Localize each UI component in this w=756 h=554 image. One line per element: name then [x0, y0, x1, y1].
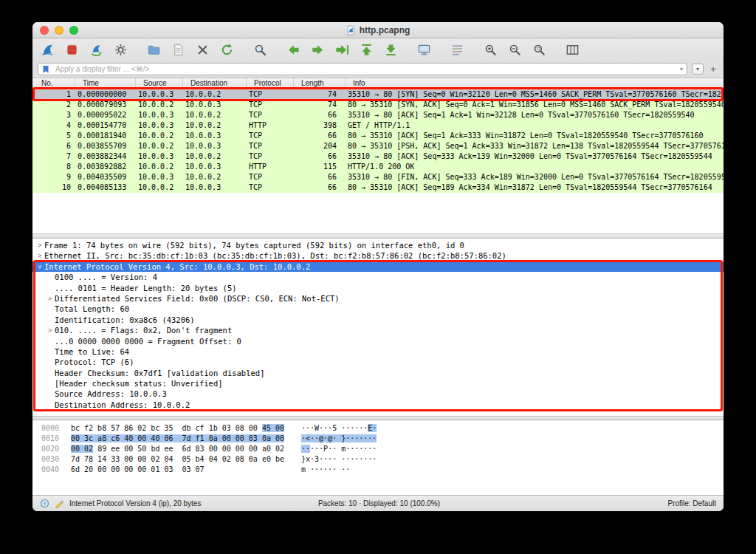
filter-bookmark-icon[interactable] [42, 65, 50, 74]
chevron-placeholder [46, 389, 55, 399]
packet-row[interactable]: 100.00408513310.0.0.210.0.0.3TCP6680 → 3… [32, 182, 724, 193]
column-header-destination[interactable]: Destination [183, 78, 247, 89]
minimize-window-button[interactable] [55, 26, 63, 35]
detail-line[interactable]: Total Length: 60 [32, 304, 724, 314]
zoom-out-button[interactable] [506, 41, 523, 58]
detail-line[interactable]: 0100 .... = Version: 4 [32, 272, 724, 282]
detail-line[interactable]: >Differentiated Services Field: 0x00 (DS… [32, 293, 724, 304]
go-last-packet-button[interactable] [382, 41, 399, 58]
cell-time: 0.000079093 [75, 100, 136, 110]
detail-line[interactable]: Time to Live: 64 [32, 346, 724, 357]
filter-dropdown-button[interactable]: ▾ [692, 64, 704, 75]
packet-row[interactable]: 70.00388234410.0.0.310.0.0.2TCP6635310 →… [32, 151, 724, 162]
detail-line[interactable]: >Ethernet II, Src: bc:35:db:cf:1b:03 (bc… [32, 250, 724, 261]
packet-row[interactable]: 40.00015477010.0.0.310.0.0.2HTTP398GET /… [32, 120, 724, 131]
resize-columns-button[interactable] [563, 41, 581, 58]
wireshark-window: http.pcapng ▾ ▾ + No.TimeSourceDestinati… [32, 22, 724, 511]
window-title-text: http.pcapng [360, 25, 410, 35]
hex-ascii: }x·3···· ········ [301, 454, 377, 465]
cell-source: 10.0.0.2 [136, 162, 183, 172]
detail-line[interactable]: [Header checksum status: Unverified] [32, 378, 724, 389]
save-file-button[interactable] [169, 41, 187, 58]
open-file-icon [147, 43, 161, 57]
close-file-button[interactable] [193, 41, 211, 58]
auto-scroll-button[interactable] [415, 41, 433, 58]
chevron-placeholder [46, 283, 55, 293]
status-selected-field: Internet Protocol Version 4 (ip), 20 byt… [69, 499, 201, 507]
resize-columns-icon [566, 43, 580, 57]
packet-row[interactable]: 50.00018194010.0.0.210.0.0.3TCP6680 → 35… [32, 131, 724, 141]
hex-bytes: 00 3c a8 c6 40 00 40 06 7d f1 0a 00 00 0… [71, 434, 292, 444]
chevron-placeholder [46, 336, 55, 346]
detail-line[interactable]: Header Checksum: 0x7df1 [validation disa… [32, 368, 724, 378]
packet-row[interactable]: 20.00007909310.0.0.210.0.0.3TCP7480 → 35… [32, 100, 724, 110]
colorize-packets-button[interactable] [448, 41, 466, 58]
stop-capture-button[interactable] [63, 41, 80, 58]
hex-offset: 0000 [41, 423, 71, 434]
detail-line[interactable]: .... 0101 = Header Length: 20 bytes (5) [32, 283, 724, 293]
reload-file-button[interactable] [218, 41, 236, 58]
detail-line[interactable]: >Frame 1: 74 bytes on wire (592 bits), 7… [32, 240, 724, 250]
add-filter-button[interactable]: + [708, 64, 718, 75]
close-window-button[interactable] [40, 26, 49, 35]
packet-row[interactable]: 10.00000000010.0.0.310.0.0.2TCP7435310 →… [32, 89, 724, 100]
status-profile[interactable]: Profile: Default [667, 499, 716, 507]
cell-destination: 10.0.0.2 [183, 172, 247, 182]
capture-options-button[interactable] [111, 41, 129, 58]
packet-row[interactable]: 90.00403550910.0.0.310.0.0.2TCP6635310 →… [32, 172, 724, 182]
zoom-window-button[interactable] [69, 26, 78, 35]
chevron-right-icon[interactable]: > [46, 293, 55, 304]
display-filter-input[interactable] [54, 64, 676, 74]
detail-line[interactable]: Protocol: TCP (6) [32, 357, 724, 367]
detail-line[interactable]: >010. .... = Flags: 0x2, Don't fragment [32, 325, 724, 335]
chevron-right-icon[interactable]: > [35, 250, 44, 261]
detail-text: 0100 .... = Version: 4 [55, 272, 157, 282]
column-header-length[interactable]: Length [294, 78, 346, 89]
hex-row[interactable]: 00307d 78 14 33 00 00 02 04 05 b4 04 02 … [41, 454, 724, 465]
cell-no: 5 [32, 131, 75, 141]
restart-capture-button[interactable] [87, 41, 105, 58]
chevron-down-icon[interactable]: > [35, 262, 45, 271]
hex-row[interactable]: 00406d 20 00 00 00 00 01 03 03 07m ·····… [41, 465, 724, 475]
column-header-source[interactable]: Source [136, 78, 183, 89]
cell-protocol: HTTP [247, 162, 294, 172]
go-first-packet-button[interactable] [357, 41, 375, 58]
find-packet-button[interactable] [251, 41, 269, 58]
chevron-right-icon[interactable]: > [35, 240, 44, 250]
go-back-button[interactable] [284, 41, 302, 58]
detail-line[interactable]: Identification: 0xa8c6 (43206) [32, 315, 724, 325]
detail-line[interactable]: ...0 0000 0000 0000 = Fragment Offset: 0 [32, 336, 724, 346]
cell-time: 0.003882344 [75, 151, 136, 162]
pane-splitter[interactable] [32, 233, 724, 239]
column-header-no[interactable]: No. [32, 78, 75, 89]
hex-row[interactable]: 001000 3c a8 c6 40 00 40 06 7d f1 0a 00 … [41, 434, 724, 444]
hex-ascii: ···W···5 ······E· [301, 423, 377, 434]
detail-line[interactable]: >Internet Protocol Version 4, Src: 10.0.… [32, 261, 724, 272]
packet-row[interactable]: 60.00385570910.0.0.210.0.0.3TCP20480 → 3… [32, 141, 724, 151]
detail-line[interactable]: Destination Address: 10.0.0.2 [32, 400, 724, 410]
hex-row[interactable]: 0000bc f2 b8 57 86 02 bc 35 db cf 1b 03 … [41, 423, 724, 434]
packet-row[interactable]: 80.00389288210.0.0.210.0.0.3HTTP115HTTP/… [32, 162, 724, 172]
column-header-time[interactable]: Time [75, 78, 136, 89]
detail-line[interactable]: Source Address: 10.0.0.3 [32, 389, 724, 399]
hex-row[interactable]: 002000 02 89 ee 00 50 bd ee 6d 83 00 00 … [41, 444, 724, 454]
start-capture-button[interactable] [38, 41, 56, 58]
go-to-packet-button[interactable] [333, 41, 351, 58]
column-header-info[interactable]: Info [346, 78, 724, 89]
cell-length: 398 [294, 120, 346, 131]
expert-info-icon[interactable] [40, 499, 49, 508]
cell-time: 0.004085133 [75, 182, 136, 193]
display-filter-field[interactable]: ▾ [38, 63, 687, 75]
go-forward-button[interactable] [309, 41, 326, 58]
filter-history-chevron-icon[interactable]: ▾ [680, 66, 683, 72]
open-file-button[interactable] [145, 41, 162, 58]
capture-comment-icon[interactable] [55, 499, 64, 508]
chevron-right-icon[interactable]: > [46, 325, 55, 335]
column-header-protocol[interactable]: Protocol [247, 78, 294, 89]
zoom-original-button[interactable] [530, 41, 548, 58]
title-bar[interactable]: http.pcapng [32, 22, 724, 38]
cell-no: 9 [32, 172, 75, 182]
hex-bytes: 7d 78 14 33 00 00 02 04 05 b4 04 02 08 0… [71, 454, 292, 465]
packet-row[interactable]: 30.00009502210.0.0.310.0.0.2TCP6635310 →… [32, 110, 724, 120]
zoom-in-button[interactable] [481, 41, 499, 58]
